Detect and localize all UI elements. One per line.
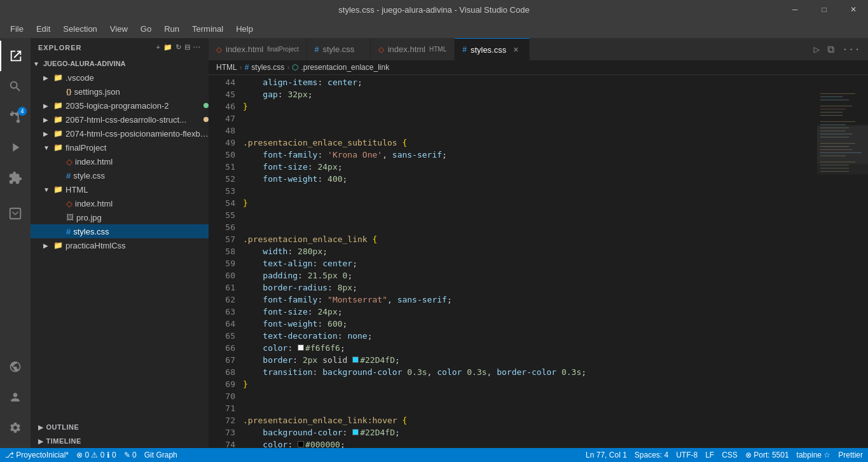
remote-icon[interactable]: [0, 351, 31, 382]
code-line: transition: background-color 0.3s, color…: [243, 366, 817, 378]
explorer-icon[interactable]: [0, 41, 31, 71]
pro-jpg-label: pro.jpg: [76, 213, 209, 222]
menu-go[interactable]: Go: [135, 22, 156, 36]
menu-help[interactable]: Help: [231, 22, 258, 36]
sidebar-item-finalproject[interactable]: ▼ 📁 finalProject: [31, 140, 209, 154]
refresh-icon[interactable]: ↻: [176, 43, 182, 51]
extensions-icon[interactable]: [0, 163, 31, 193]
sidebar-item-2067[interactable]: ▶ 📁 2067-html-css-desarrollo-struct...: [31, 112, 209, 126]
codegpt-icon[interactable]: [0, 198, 31, 229]
menu-edit[interactable]: Edit: [31, 22, 55, 36]
content-area: ◇ index.html finalProject # style.css ◇ …: [209, 38, 868, 448]
code-line: text-align: center;: [243, 257, 817, 269]
color-swatch-f6f6f6: [298, 344, 304, 351]
spaces-status[interactable]: Spaces: 4: [635, 451, 668, 459]
code-line: [243, 112, 817, 125]
breadcrumb-selector[interactable]: .presentacion_enlace_link: [301, 63, 389, 72]
tab-label: index.html: [226, 44, 263, 54]
git-changes-status[interactable]: ✎ 0: [124, 451, 137, 459]
tabpine-status[interactable]: tabpine ☆: [797, 451, 831, 459]
port-status[interactable]: ⊗ Port: 5501: [745, 451, 789, 459]
source-control-badge: 4: [18, 107, 27, 116]
errors-warnings-status[interactable]: ⊗ 0 ⚠ 0 ℹ 0: [76, 451, 116, 459]
run-debug-icon[interactable]: [0, 132, 31, 163]
language-status[interactable]: CSS: [722, 451, 738, 459]
activity-bar-bottom: [0, 351, 31, 448]
sidebar-item-2074[interactable]: ▶ 📁 2074-html-css-posicionamiento-flexbo…: [31, 126, 209, 140]
breadcrumb-css-icon: #: [245, 63, 249, 72]
account-icon[interactable]: [0, 382, 31, 412]
folder-icon: 📁: [53, 129, 63, 138]
source-control-icon[interactable]: 4: [0, 102, 31, 132]
code-line: align-items: center;: [243, 76, 817, 88]
sidebar-item-html-index[interactable]: ◇ index.html: [31, 196, 209, 210]
activity-bar: 4: [0, 38, 31, 448]
styles-css-label: styles.css: [73, 227, 209, 236]
encoding-status[interactable]: UTF-8: [676, 451, 698, 459]
tab-html-icon: ◇: [216, 45, 222, 54]
menu-run[interactable]: Run: [159, 22, 184, 36]
code-line: border-radius: 8px;: [243, 282, 817, 294]
restore-button[interactable]: □: [809, 0, 839, 19]
split-editor-icon[interactable]: ⧉: [825, 42, 837, 57]
minimap[interactable]: [817, 75, 868, 448]
outline-section[interactable]: ▶ OUTLINE: [31, 420, 209, 434]
tab-style-css[interactable]: # style.css: [307, 38, 371, 60]
git-branch-status[interactable]: ⎇ ProyectoInicial*: [5, 451, 69, 459]
code-editor[interactable]: align-items: center; gap: 32px; } .prese…: [240, 75, 817, 448]
breadcrumb-styles-css[interactable]: styles.css: [251, 63, 284, 72]
folder-2074-label: 2074-html-css-posicionamiento-flexbox: [65, 129, 209, 139]
html-folder-label: HTML: [65, 185, 209, 194]
sidebar-item-vscode[interactable]: ▶ 📁 .vscode: [31, 71, 209, 85]
sidebar-item-root[interactable]: ▼ JUEGO-ALURA-ADIVINA: [31, 57, 209, 71]
close-button[interactable]: ✕: [839, 0, 868, 19]
new-folder-icon[interactable]: 📁: [163, 43, 173, 51]
menu-selection[interactable]: Selection: [58, 22, 102, 36]
collapse-icon[interactable]: ⊟: [184, 43, 191, 51]
code-line: font-family: 'Krona One', sans-serif;: [243, 149, 817, 161]
git-graph-status[interactable]: Git Graph: [144, 451, 177, 459]
timeline-section[interactable]: ▶ TIMELINE: [31, 434, 209, 448]
menu-terminal[interactable]: Terminal: [187, 22, 228, 36]
code-line: }: [243, 378, 817, 390]
sidebar-item-html-folder[interactable]: ▼ 📁 HTML: [31, 182, 209, 196]
sidebar-item-finalproject-style[interactable]: # style.css: [31, 168, 209, 182]
cursor-position-status[interactable]: Ln 77, Col 1: [586, 451, 627, 459]
code-line: background-color: #22D4fD;: [243, 426, 817, 438]
html-icon: ◇: [66, 157, 72, 166]
breadcrumb-html[interactable]: HTML: [216, 63, 237, 72]
menu-file[interactable]: File: [5, 22, 29, 36]
prettier-status[interactable]: Prettier: [838, 451, 863, 459]
more-tab-actions-icon[interactable]: ···: [839, 42, 863, 57]
tab-index-html-html[interactable]: ◇ index.html HTML: [371, 38, 455, 60]
eol-status[interactable]: LF: [705, 451, 714, 459]
minimize-button[interactable]: ─: [780, 0, 809, 19]
run-code-icon[interactable]: ▷: [811, 42, 822, 57]
new-file-icon[interactable]: +: [156, 43, 160, 51]
sidebar: Explorer + 📁 ↻ ⊟ ··· ▼ JUEGO-ALURA-ADIVI…: [31, 38, 209, 448]
arrow-icon: ▶: [43, 242, 53, 249]
tab-styles-css[interactable]: # styles.css ×: [455, 38, 530, 60]
tab-index-html-finalproject[interactable]: ◇ index.html finalProject: [209, 38, 307, 60]
code-line: [243, 125, 817, 137]
code-line: color: #f6f6f6;: [243, 342, 817, 354]
tab-close-button[interactable]: ×: [510, 44, 521, 55]
folder-icon: 📁: [53, 185, 63, 194]
sidebar-item-2035[interactable]: ▶ 📁 2035-logica-programacion-2: [31, 99, 209, 112]
settings-icon[interactable]: [0, 412, 31, 443]
sidebar-item-styles-css[interactable]: # styles.css: [31, 224, 209, 238]
title-bar: styles.css - juego-alura-adivina - Visua…: [0, 0, 868, 19]
modified-dot: [203, 117, 209, 122]
code-line: text-decoration: none;: [243, 330, 817, 342]
sidebar-item-practica[interactable]: ▶ 📁 practicaHtmlCss: [31, 238, 209, 252]
sidebar-item-finalproject-index[interactable]: ◇ index.html: [31, 154, 209, 168]
main-layout: 4 Explorer + 📁: [0, 38, 868, 448]
folder-icon: 📁: [53, 241, 63, 250]
code-line: }: [243, 197, 817, 209]
menu-view[interactable]: View: [105, 22, 133, 36]
code-line: }: [243, 100, 817, 112]
sidebar-item-settings-json[interactable]: {} settings.json: [31, 85, 209, 99]
more-actions-icon[interactable]: ···: [193, 43, 201, 51]
sidebar-item-pro-jpg[interactable]: 🖼 pro.jpg: [31, 210, 209, 224]
search-activity-icon[interactable]: [0, 71, 31, 102]
